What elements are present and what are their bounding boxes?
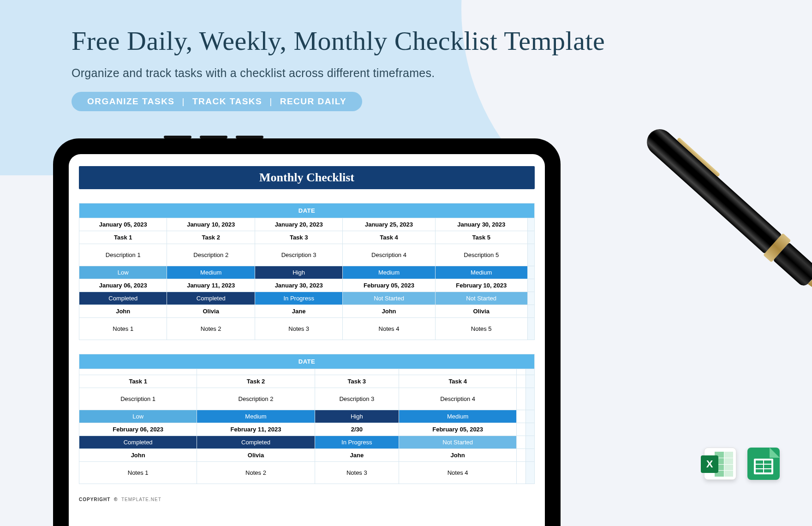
pill-separator: | (182, 96, 185, 107)
tablet-buttons (164, 136, 263, 138)
checklist-tables: DATEJanuary 05, 2023January 10, 2023Janu… (79, 203, 535, 484)
hero: Free Daily, Weekly, Monthly Checklist Te… (72, 25, 747, 111)
pill-separator: | (269, 96, 272, 107)
excel-icon: X (704, 448, 736, 480)
pill-item: TRACK TASKS (192, 96, 262, 107)
copyright: COPYRIGHT © TEMPLATE.NET (79, 497, 535, 502)
tablet-screen: Monthly Checklist DATEJanuary 05, 2023Ja… (69, 154, 545, 526)
google-sheets-icon (747, 448, 780, 480)
tablet-device: Monthly Checklist DATEJanuary 05, 2023Ja… (53, 138, 561, 526)
sheet-title: Monthly Checklist (79, 166, 535, 189)
pill-item: RECUR DAILY (280, 96, 347, 107)
feature-pill: ORGANIZE TASKS | TRACK TASKS | RECUR DAI… (72, 92, 362, 111)
app-icons: X (704, 448, 780, 480)
page-subtitle: Organize and track tasks with a checklis… (72, 66, 747, 80)
page-title: Free Daily, Weekly, Monthly Checklist Te… (72, 25, 747, 56)
pill-item: ORGANIZE TASKS (87, 96, 175, 107)
